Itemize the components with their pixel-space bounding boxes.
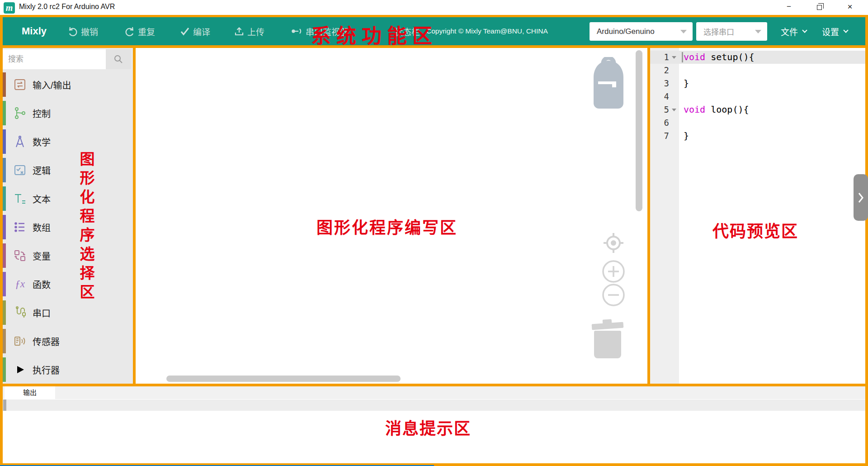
- math-compass-icon: [13, 134, 27, 149]
- annotation-code-preview-area: 代码预览区: [712, 218, 798, 242]
- panel-expand-handle[interactable]: [854, 174, 868, 221]
- keyword: void: [684, 104, 705, 115]
- undo-label: 撤销: [81, 25, 98, 38]
- sidebar-item-math[interactable]: 数学: [3, 128, 133, 155]
- keyword: void: [684, 52, 705, 62]
- code-text: }: [684, 130, 689, 141]
- board-select-value: Arduino/Genuino: [597, 27, 655, 36]
- chevron-down-icon: [755, 30, 761, 33]
- annotation-block-picker-area: 图形化程序选择区: [75, 151, 97, 305]
- text-icon: [13, 191, 27, 206]
- logic-icon: [13, 163, 27, 177]
- window-title: Mixly 2.0 rc2 For Arduino AVR: [19, 3, 115, 11]
- serial-monitor-icon: [292, 26, 302, 36]
- variable-swap-icon: [13, 248, 27, 263]
- undo-icon: [68, 26, 78, 36]
- code-line: 5 void loop(){: [650, 103, 865, 116]
- vertical-scrollbar[interactable]: [636, 50, 642, 211]
- restore-button[interactable]: [809, 0, 830, 14]
- line-number: 5: [650, 103, 669, 116]
- sensor-icon: [13, 334, 27, 348]
- upload-icon: [234, 26, 244, 36]
- restore-icon: [817, 5, 822, 10]
- compile-label: 编译: [193, 25, 210, 38]
- category-stripe: [3, 272, 6, 296]
- redo-label: 重复: [138, 25, 155, 38]
- mixly-menu-button[interactable]: Mixly: [22, 17, 47, 45]
- code-line: 1 void setup(){: [650, 51, 865, 64]
- line-number: 2: [650, 64, 669, 77]
- category-label: 传感器: [33, 335, 60, 348]
- line-number: 4: [650, 90, 669, 103]
- zoom-in-icon[interactable]: [602, 260, 625, 283]
- line-number: 1: [650, 51, 669, 64]
- category-label: 逻辑: [33, 164, 51, 177]
- trash-icon[interactable]: [592, 319, 623, 358]
- code-preview-panel: 1 void setup(){ 2 3 } 4 5 void loop(){ 6…: [650, 48, 865, 384]
- search-input[interactable]: [3, 49, 106, 69]
- category-label: 变量: [33, 249, 51, 262]
- code-line: 2: [650, 64, 865, 77]
- close-button[interactable]: ×: [840, 0, 860, 14]
- code-line: 7 }: [650, 129, 865, 143]
- upload-button[interactable]: 上传: [234, 17, 264, 45]
- category-label: 数学: [33, 135, 51, 148]
- chevron-down-icon: [680, 30, 687, 33]
- sidebar-item-actuator[interactable]: 执行器: [3, 357, 133, 383]
- annotation-message-area: 消息提示区: [385, 415, 471, 439]
- fold-caret-icon[interactable]: [672, 109, 676, 111]
- sidebar-item-variable[interactable]: 变量: [3, 243, 133, 269]
- compile-button[interactable]: 编译: [180, 17, 210, 45]
- category-stripe: [3, 300, 6, 325]
- fold-caret-icon[interactable]: [672, 56, 676, 59]
- mixly-app-window: m Mixly 2.0 rc2 For Arduino AVR − × Mixl…: [0, 0, 868, 466]
- center-view-icon[interactable]: [602, 231, 625, 255]
- code-text: setup(){: [705, 52, 754, 62]
- input-output-icon: [13, 77, 27, 92]
- file-menu[interactable]: 文件: [781, 17, 807, 45]
- output-tab-bar: [3, 386, 865, 399]
- sidebar-item-control[interactable]: 控制: [3, 100, 133, 126]
- upload-label: 上传: [247, 25, 264, 38]
- check-icon: [180, 26, 190, 36]
- text-cursor: [682, 52, 683, 62]
- undo-button[interactable]: 撤销: [68, 17, 98, 45]
- redo-button[interactable]: 重复: [125, 17, 155, 45]
- actuator-play-icon: [13, 362, 27, 377]
- port-select-placeholder: 选择串口: [703, 26, 734, 37]
- category-stripe: [3, 186, 6, 211]
- sidebar-item-array[interactable]: 数组: [3, 214, 133, 240]
- title-bar: m Mixly 2.0 rc2 For Arduino AVR − ×: [0, 0, 868, 15]
- sidebar-item-sensor[interactable]: 传感器: [3, 328, 133, 354]
- block-category-sidebar: 输入/输出 控制 数学: [3, 48, 133, 384]
- sidebar-item-logic[interactable]: 逻辑: [3, 157, 133, 183]
- minimize-button[interactable]: −: [778, 0, 799, 14]
- sidebar-item-text[interactable]: 文本: [3, 185, 133, 212]
- redo-icon: [125, 26, 135, 36]
- category-label: 数组: [33, 221, 51, 234]
- category-label: 控制: [33, 107, 51, 120]
- control-icon: [13, 106, 27, 120]
- chevron-right-icon: [858, 192, 864, 204]
- category-label: 执行器: [33, 363, 60, 376]
- sidebar-item-input-output[interactable]: 输入/输出: [3, 71, 133, 98]
- category-stripe: [3, 329, 6, 353]
- chevron-down-icon: [843, 28, 848, 33]
- search-button[interactable]: [106, 49, 131, 69]
- code-line: 6: [650, 116, 865, 129]
- backpack-icon[interactable]: [588, 57, 629, 110]
- code-text: }: [684, 78, 689, 89]
- horizontal-scrollbar[interactable]: [166, 376, 401, 382]
- category-label: 串口: [33, 306, 51, 319]
- line-number: 7: [650, 129, 669, 143]
- tab-output[interactable]: 输出: [5, 386, 55, 399]
- mixly-logo-icon: m: [4, 2, 15, 14]
- settings-menu[interactable]: 设置: [822, 17, 848, 45]
- sidebar-item-serial[interactable]: 串口: [3, 300, 133, 326]
- board-select-dropdown[interactable]: Arduino/Genuino: [590, 22, 693, 41]
- zoom-out-icon[interactable]: [602, 283, 625, 307]
- search-icon: [113, 53, 124, 65]
- chevron-down-icon: [802, 28, 807, 33]
- port-select-dropdown[interactable]: 选择串口: [696, 22, 767, 41]
- sidebar-item-function[interactable]: ƒx 函数: [3, 271, 133, 297]
